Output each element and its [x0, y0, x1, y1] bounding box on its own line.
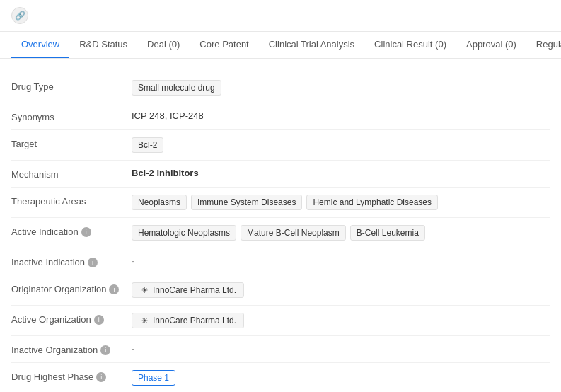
tag-neoplasms: Neoplasms [132, 195, 187, 210]
page-header: 🔗 [0, 0, 561, 32]
org-logo-icon: ✳ [139, 285, 149, 295]
field-label-originator-org: Originator Organizationi [11, 282, 132, 294]
info-icon-drug-highest-phase[interactable]: i [96, 372, 106, 382]
field-label-therapeutic-areas: Therapeutic Areas [11, 195, 132, 207]
field-value-target: Bcl-2 [132, 137, 550, 153]
org-tag-innocare-pharma-ltd.: ✳InnoCare Pharma Ltd. [132, 282, 244, 298]
field-value-inactive-indication: - [132, 255, 550, 266]
field-row-inactive-org: Inactive Organizationi- [11, 336, 550, 363]
tab-core-patent[interactable]: Core Patent [190, 32, 258, 58]
field-label-mechanism: Mechanism [11, 168, 132, 180]
tab-bar: OverviewR&D StatusDeal (0)Core PatentCli… [0, 32, 561, 59]
field-label-inactive-indication: Inactive Indicationi [11, 255, 132, 267]
info-icon-inactive-indication[interactable]: i [88, 258, 98, 267]
tab-deal[interactable]: Deal (0) [137, 32, 190, 58]
field-value-mechanism: Bcl-2 inhibitors [132, 168, 550, 178]
org-name: InnoCare Pharma Ltd. [153, 285, 236, 295]
tag-small-molecule-drug: Small molecule drug [132, 80, 221, 96]
field-value-drug-type: Small molecule drug [132, 80, 550, 96]
field-label-target: Target [11, 137, 132, 149]
field-row-therapeutic-areas: Therapeutic AreasNeoplasmsImmune System … [11, 188, 550, 218]
field-value-inactive-org: - [132, 343, 550, 354]
field-label-synonyms: Synonyms [11, 110, 132, 122]
tag-b-cell-leukemia: B-Cell Leukemia [350, 225, 425, 241]
dash-value-inactive-indication: - [132, 255, 134, 266]
text-value-synonyms: ICP 248, ICP-248 [132, 110, 204, 121]
field-label-inactive-org: Inactive Organizationi [11, 343, 132, 355]
tab-regulation[interactable]: Regulation (0) [526, 32, 561, 58]
field-row-target: TargetBcl-2 [11, 130, 550, 161]
tag-immune-system-diseases: Immune System Diseases [191, 195, 302, 210]
tag-hematologic-neoplasms: Hematologic Neoplasms [132, 225, 236, 241]
field-value-active-org: ✳InnoCare Pharma Ltd. [132, 313, 550, 328]
tag-mature-b-cell-neoplasm: Mature B-Cell Neoplasm [241, 225, 346, 241]
field-label-active-org: Active Organizationi [11, 313, 132, 325]
drug-icon: 🔗 [11, 7, 28, 24]
field-value-originator-org: ✳InnoCare Pharma Ltd. [132, 282, 550, 298]
field-label-active-indication: Active Indicationi [11, 225, 132, 237]
field-value-active-indication: Hematologic NeoplasmsMature B-Cell Neopl… [132, 225, 550, 241]
tag-bcl-2: Bcl-2 [132, 137, 163, 153]
tab-approval[interactable]: Approval (0) [456, 32, 526, 58]
field-value-synonyms: ICP 248, ICP-248 [132, 110, 550, 121]
org-name: InnoCare Pharma Ltd. [153, 316, 236, 325]
info-icon-originator-org[interactable]: i [109, 284, 119, 294]
field-row-mechanism: MechanismBcl-2 inhibitors [11, 161, 550, 188]
field-row-inactive-indication: Inactive Indicationi- [11, 248, 550, 275]
info-icon-inactive-org[interactable]: i [100, 345, 110, 355]
tab-rd-status[interactable]: R&D Status [69, 32, 137, 58]
field-row-originator-org: Originator Organizationi✳InnoCare Pharma… [11, 275, 550, 306]
bold-value-mechanism: Bcl-2 inhibitors [132, 168, 199, 178]
field-row-synonyms: SynonymsICP 248, ICP-248 [11, 103, 550, 130]
org-logo-icon: ✳ [139, 316, 149, 325]
info-icon-active-indication[interactable]: i [81, 227, 91, 237]
dash-value-inactive-org: - [132, 343, 134, 354]
tag-blue-drug-highest-phase: Phase 1 [132, 370, 175, 386]
org-tag-innocare-pharma-ltd.: ✳InnoCare Pharma Ltd. [132, 313, 244, 328]
field-label-drug-type: Drug Type [11, 80, 132, 92]
tab-clinical-result[interactable]: Clinical Result (0) [364, 32, 456, 58]
info-icon-active-org[interactable]: i [94, 315, 104, 325]
section-basic-info [11, 59, 550, 73]
field-value-drug-highest-phase: Phase 1 [132, 370, 550, 386]
field-row-drug-type: Drug TypeSmall molecule drug [11, 73, 550, 103]
field-row-active-org: Active Organizationi✳InnoCare Pharma Ltd… [11, 306, 550, 336]
main-content: Drug TypeSmall molecule drugSynonymsICP … [0, 59, 561, 392]
tag-hemic-and-lymphatic-diseases: Hemic and Lymphatic Diseases [306, 195, 438, 210]
tab-clinical-trial[interactable]: Clinical Trial Analysis [259, 32, 364, 58]
field-row-active-indication: Active IndicationiHematologic NeoplasmsM… [11, 218, 550, 248]
field-row-drug-highest-phase: Drug Highest PhaseiPhase 1 [11, 363, 550, 392]
field-label-drug-highest-phase: Drug Highest Phasei [11, 370, 132, 382]
field-value-therapeutic-areas: NeoplasmsImmune System DiseasesHemic and… [132, 195, 550, 210]
tab-overview[interactable]: Overview [11, 32, 69, 58]
